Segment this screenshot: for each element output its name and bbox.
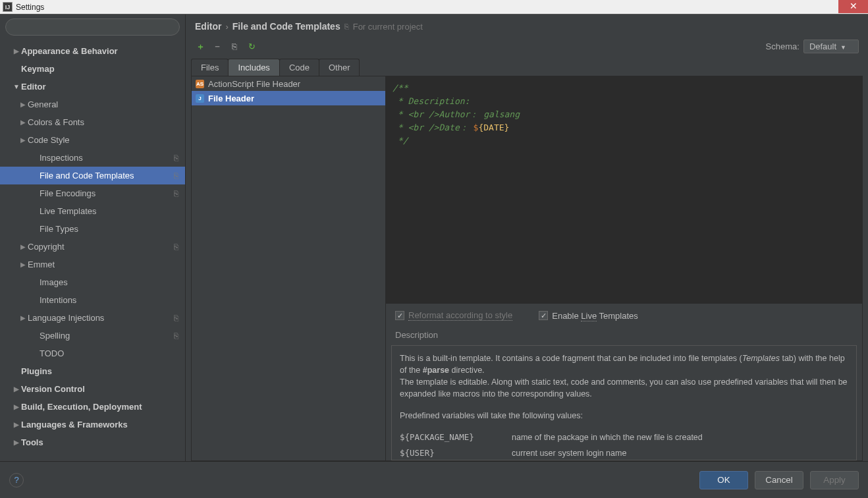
sidebar-item-keymap[interactable]: Keymap [0, 60, 185, 78]
variable-name: ${USER} [400, 447, 512, 459]
remove-icon[interactable]: − [212, 42, 223, 52]
variable-desc: current user system login name [512, 447, 626, 459]
chevron-icon: ▼ [12, 83, 21, 90]
footer: ? OK Cancel Apply [0, 461, 868, 498]
copy-icon[interactable]: ⎘ [229, 42, 240, 52]
chevron-icon: ▶ [12, 439, 21, 446]
sidebar-item-label: Version Control [21, 384, 85, 394]
project-scope-icon: ⎘ [174, 331, 178, 341]
tab-code[interactable]: Code [279, 59, 319, 76]
sidebar-item-label: Tools [21, 437, 43, 447]
sidebar-item-editor[interactable]: ▼Editor [0, 78, 185, 96]
template-item-file-header[interactable]: JFile Header [192, 91, 385, 105]
sidebar-item-version-control[interactable]: ▶Version Control [0, 380, 185, 398]
schema-select[interactable]: Default▼ [803, 40, 859, 53]
sidebar-item-languages-frameworks[interactable]: ▶Languages & Frameworks [0, 416, 185, 433]
sidebar-item-label: Editor [21, 82, 46, 92]
sidebar-item-file-types[interactable]: File Types [0, 220, 185, 238]
chevron-icon: ▶ [12, 403, 21, 410]
variable-name: ${PACKAGE_NAME} [400, 431, 512, 443]
reformat-checkbox[interactable]: Reformat according to style [395, 310, 512, 321]
sidebar-item-label: Images [40, 277, 68, 287]
refresh-icon[interactable]: ↻ [246, 42, 257, 52]
sidebar-item-inspections[interactable]: Inspections⎘ [0, 149, 185, 167]
sidebar-item-copyright[interactable]: ▶Copyright⎘ [0, 238, 185, 256]
ok-button[interactable]: OK [699, 471, 748, 489]
sidebar-item-file-and-code-templates[interactable]: File and Code Templates⎘ [0, 167, 185, 184]
sidebar-item-intentions[interactable]: Intentions [0, 291, 185, 309]
sidebar-item-label: Colors & Fonts [28, 117, 84, 127]
sidebar-item-label: Languages & Frameworks [21, 420, 128, 429]
add-icon[interactable]: ＋ [195, 42, 205, 52]
sidebar-item-label: Keymap [21, 64, 55, 74]
checkbox-icon [395, 311, 404, 320]
sidebar-item-images[interactable]: Images [0, 273, 185, 291]
file-type-icon: AS [196, 80, 204, 88]
enable-live-templates-checkbox[interactable]: Enable Live Templates [539, 311, 638, 321]
tab-files[interactable]: Files [191, 59, 229, 76]
project-scope-icon: ⎘ [174, 171, 178, 180]
close-button[interactable]: ✕ [838, 0, 868, 13]
sidebar-item-file-encodings[interactable]: File Encodings⎘ [0, 184, 185, 202]
template-item-actionscript-file-header[interactable]: ASActionScript File Header [192, 76, 385, 91]
chevron-icon: ▶ [18, 101, 28, 108]
sidebar-item-label: Copyright [28, 242, 65, 252]
chevron-icon: ▶ [12, 421, 21, 428]
variable-row: ${PACKAGE_NAME}name of the package in wh… [400, 429, 848, 445]
sidebar-item-label: File and Code Templates [40, 171, 134, 180]
code-editor[interactable]: /** * Description: * <br />Author： galsa… [386, 76, 862, 304]
project-scope-icon: ⎘ [174, 314, 178, 323]
titlebar: IJ Settings ✕ [0, 0, 868, 14]
sidebar-item-label: TODO [40, 348, 64, 358]
tab-includes[interactable]: Includes [228, 59, 279, 76]
sidebar: ▶Appearance & BehaviorKeymap▼Editor▶Gene… [0, 14, 186, 461]
sidebar-item-label: File Encodings [40, 188, 95, 198]
chevron-icon: ▶ [12, 385, 21, 393]
sidebar-item-label: Spelling [40, 331, 70, 341]
sidebar-item-code-style[interactable]: ▶Code Style [0, 131, 185, 149]
chevron-icon: ▶ [18, 119, 28, 126]
sidebar-item-spelling[interactable]: Spelling⎘ [0, 327, 185, 345]
sidebar-item-label: Emmet [28, 260, 55, 269]
description-label: Description [386, 327, 862, 343]
sidebar-item-label: General [28, 99, 58, 109]
sidebar-item-language-injections[interactable]: ▶Language Injections⎘ [0, 309, 185, 327]
sidebar-item-label: Intentions [40, 295, 76, 305]
sidebar-item-live-templates[interactable]: Live Templates [0, 202, 185, 220]
variable-row: ${USER}current user system login name [400, 445, 848, 460]
sidebar-item-plugins[interactable]: Plugins [0, 362, 185, 380]
template-label: ActionScript File Header [208, 79, 300, 89]
sidebar-item-todo[interactable]: TODO [0, 345, 185, 362]
sidebar-item-label: Appearance & Behavior [21, 46, 118, 56]
help-button[interactable]: ? [9, 473, 24, 487]
window-title: Settings [16, 3, 44, 12]
project-scope-icon: ⎘ [174, 153, 178, 163]
sidebar-item-label: Code Style [28, 135, 70, 145]
tabs: FilesIncludesCodeOther [191, 59, 863, 76]
sidebar-item-label: Inspections [40, 153, 83, 163]
sidebar-item-build-execution-deployment[interactable]: ▶Build, Execution, Deployment [0, 398, 185, 416]
project-scope-icon: ⎘ [174, 242, 178, 252]
schema-label: Schema: [766, 42, 800, 51]
chevron-icon: ▶ [18, 314, 28, 321]
sidebar-item-colors-fonts[interactable]: ▶Colors & Fonts [0, 113, 185, 131]
project-scope-icon: ⎘ [174, 189, 178, 198]
checkbox-icon [539, 311, 548, 320]
sidebar-item-label: File Types [40, 224, 78, 234]
cancel-button[interactable]: Cancel [755, 471, 803, 489]
chevron-icon: ▶ [12, 47, 21, 55]
sidebar-item-appearance-behavior[interactable]: ▶Appearance & Behavior [0, 42, 185, 60]
sidebar-item-general[interactable]: ▶General [0, 96, 185, 113]
tab-other[interactable]: Other [319, 59, 360, 76]
breadcrumb-hint: For current project [353, 22, 423, 32]
breadcrumb-part2: File and Code Templates [232, 21, 340, 32]
sidebar-item-emmet[interactable]: ▶Emmet [0, 256, 185, 273]
chevron-icon: ▶ [18, 136, 28, 144]
app-icon: IJ [3, 2, 13, 12]
search-input[interactable] [5, 18, 180, 36]
description-box: This is a built-in template. It contains… [391, 345, 857, 460]
apply-button[interactable]: Apply [810, 471, 859, 489]
file-type-icon: J [196, 94, 204, 103]
sidebar-item-tools[interactable]: ▶Tools [0, 433, 185, 451]
chevron-icon: ▶ [18, 243, 28, 250]
